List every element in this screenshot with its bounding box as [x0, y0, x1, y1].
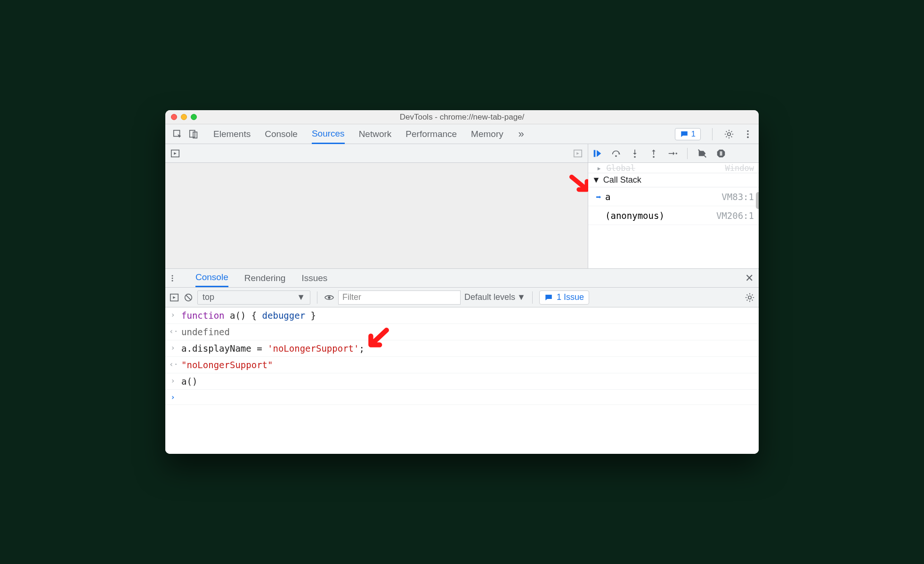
- console-text: a(): [181, 376, 197, 387]
- show-navigator-icon[interactable]: [170, 148, 180, 159]
- svg-point-10: [615, 155, 617, 157]
- drawer-tab-issues[interactable]: Issues: [301, 269, 327, 287]
- drawer-menu-icon[interactable]: [168, 274, 179, 282]
- frame-location: VM83:1: [721, 192, 754, 202]
- step-into-icon[interactable]: [630, 148, 640, 159]
- settings-icon[interactable]: [724, 129, 734, 139]
- filter-placeholder: Filter: [342, 292, 361, 302]
- titlebar: DevTools - chrome://new-tab-page/: [165, 110, 759, 124]
- call-stack-header[interactable]: ▼ Call Stack: [588, 173, 759, 187]
- console-settings-icon[interactable]: [745, 292, 755, 303]
- sources-toolbar-left: [165, 144, 588, 162]
- minimize-window-button[interactable]: [181, 114, 187, 120]
- annotation-arrow-icon: [569, 174, 591, 196]
- svg-point-16: [172, 275, 173, 276]
- sources-toolbar: [165, 144, 759, 163]
- console-text: "noLongerSupport": [181, 360, 273, 370]
- svg-point-13: [675, 153, 677, 154]
- svg-rect-9: [594, 150, 596, 157]
- svg-point-3: [728, 132, 730, 135]
- zoom-window-button[interactable]: [191, 114, 197, 120]
- drawer-tab-console[interactable]: Console: [195, 269, 228, 287]
- show-debugger-icon[interactable]: [573, 148, 583, 159]
- call-stack-frames: ➡aVM83:1 (anonymous)VM206:1: [588, 187, 759, 225]
- levels-label: Default levels: [464, 292, 515, 302]
- svg-rect-14: [720, 151, 721, 155]
- context-label: top: [203, 292, 214, 302]
- svg-point-11: [634, 156, 636, 158]
- svg-point-17: [172, 277, 173, 279]
- debugger-sidebar: ▸ Global Window ▼ Call Stack ➡aVM83:1 (a…: [588, 163, 759, 268]
- panel-tab-memory[interactable]: Memory: [471, 124, 503, 144]
- editor-area[interactable]: [165, 163, 588, 268]
- panel-tabs: ElementsConsoleSourcesNetworkPerformance…: [165, 124, 759, 144]
- disclose-icon: ▼: [592, 175, 600, 185]
- svg-point-5: [747, 133, 749, 135]
- console-text: function a() { debugger }: [181, 310, 316, 321]
- console-line: ‹·"noLongerSupport": [165, 357, 759, 373]
- step-out-icon[interactable]: [648, 148, 659, 159]
- svg-point-22: [748, 296, 751, 298]
- svg-point-4: [747, 130, 749, 132]
- call-stack-frame[interactable]: ➡aVM83:1: [588, 187, 759, 206]
- eye-icon[interactable]: [324, 292, 334, 303]
- console-line: ›a.displayName = 'noLongerSupport';: [165, 340, 759, 357]
- close-window-button[interactable]: [171, 114, 177, 120]
- panel-tab-elements[interactable]: Elements: [213, 124, 251, 144]
- live-expression-icon[interactable]: [169, 292, 179, 303]
- close-drawer-button[interactable]: ✕: [743, 272, 756, 284]
- frame-name: ➡a: [595, 192, 610, 202]
- console-line: ‹·undefined: [165, 324, 759, 340]
- panel-tab-performance[interactable]: Performance: [405, 124, 457, 144]
- panel-tab-console[interactable]: Console: [265, 124, 298, 144]
- device-toolbar-icon[interactable]: [188, 129, 199, 140]
- console-body[interactable]: ›function a() { debugger }‹·undefined›a.…: [165, 307, 759, 454]
- console-toolbar: top ▼ Filter Default levels ▼ 1 Issue: [165, 288, 759, 307]
- drawer-tab-list: ConsoleRenderingIssues: [195, 269, 327, 287]
- inspect-tools: [168, 129, 203, 140]
- scope-summary[interactable]: ▸ Global Window: [588, 163, 759, 173]
- more-tabs-button[interactable]: »: [516, 129, 527, 140]
- context-selector[interactable]: top ▼: [197, 290, 310, 305]
- input-icon: ›: [169, 376, 177, 385]
- inspect-element-icon[interactable]: [172, 129, 183, 140]
- input-icon: ›: [169, 310, 177, 319]
- current-frame-icon: ➡: [595, 192, 602, 202]
- separator: [532, 291, 533, 304]
- panel-tab-network[interactable]: Network: [359, 124, 392, 144]
- svg-rect-1: [190, 130, 195, 137]
- scope-right: Window: [725, 163, 754, 173]
- frame-name: (anonymous): [595, 210, 665, 221]
- message-icon: [680, 130, 689, 138]
- call-stack-frame[interactable]: (anonymous)VM206:1: [588, 206, 759, 225]
- pause-exceptions-icon[interactable]: [716, 148, 726, 159]
- scope-left: ▸ Global: [597, 163, 635, 173]
- message-icon: [544, 293, 553, 302]
- output-icon: ‹·: [169, 360, 177, 369]
- drawer-tab-rendering[interactable]: Rendering: [244, 269, 286, 287]
- step-icon[interactable]: [667, 148, 678, 159]
- chevron-down-icon: ▼: [297, 292, 305, 302]
- console-text: a.displayName = 'noLongerSupport';: [181, 343, 365, 354]
- panel-tab-sources[interactable]: Sources: [312, 124, 345, 144]
- filter-input[interactable]: Filter: [338, 290, 461, 305]
- resume-icon[interactable]: [592, 148, 602, 159]
- deactivate-breakpoints-icon[interactable]: [697, 148, 707, 159]
- issues-badge[interactable]: 1: [675, 128, 701, 140]
- kebab-menu-icon[interactable]: [743, 129, 753, 139]
- step-over-icon[interactable]: [611, 148, 621, 159]
- svg-point-21: [328, 296, 331, 299]
- input-icon: ›: [169, 343, 177, 352]
- issue-pill[interactable]: 1 Issue: [539, 290, 589, 305]
- console-line: ›a(): [165, 373, 759, 390]
- separator: [712, 128, 713, 140]
- scrollbar-thumb[interactable]: [756, 192, 759, 209]
- clear-console-icon[interactable]: [183, 292, 194, 303]
- log-levels-selector[interactable]: Default levels ▼: [464, 292, 526, 302]
- main-split: ▸ Global Window ▼ Call Stack ➡aVM83:1 (a…: [165, 163, 759, 268]
- traffic-lights: [171, 114, 197, 120]
- panel-tab-list: ElementsConsoleSourcesNetworkPerformance…: [213, 124, 503, 144]
- separator: [317, 291, 317, 304]
- frame-location: VM206:1: [716, 210, 754, 221]
- output-icon: ‹·: [169, 327, 177, 336]
